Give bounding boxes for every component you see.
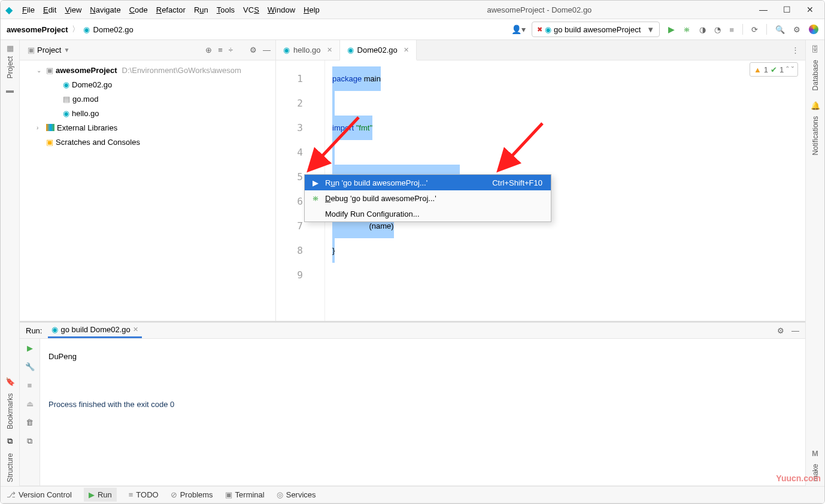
chevron-right-icon[interactable]: › (37, 125, 44, 131)
wrench-icon[interactable]: 🔧 (25, 362, 35, 371)
project-root-node[interactable]: ⌄ ▣ awesomeProject D:\Environment\GoWork… (20, 63, 275, 77)
make-icon[interactable]: M (812, 449, 818, 458)
bottom-tool-strip: ⎇Version Control ▶Run ≡TODO ⊘Problems ▣T… (1, 486, 824, 503)
hide-icon[interactable]: — (263, 45, 271, 54)
bell-icon[interactable]: 🔔 (811, 101, 820, 110)
breadcrumb-root[interactable]: awesomeProject (7, 25, 68, 34)
libraries-icon (46, 124, 54, 131)
file-node[interactable]: ▤go.mod (20, 92, 275, 106)
tool-button-vcs[interactable]: ⎇Version Control (7, 490, 72, 499)
main-menu[interactable]: FFileile Edit View Navigate Code Refacto… (17, 5, 320, 14)
go-file-icon: ◉ (83, 25, 90, 34)
code-with-me-icon[interactable]: 👤▾ (511, 25, 526, 34)
inspections-widget[interactable]: ▲1 ✔1 ˆ ˇ (750, 62, 798, 77)
editor-tab-active[interactable]: ◉Dome02.go✕ (340, 40, 417, 60)
project-tree[interactable]: ⌄ ▣ awesomeProject D:\Environment\GoWork… (20, 60, 275, 151)
hide-icon[interactable]: — (791, 326, 799, 335)
folder-icon: ▬ (6, 86, 14, 95)
run-icon[interactable]: ▶ (668, 25, 675, 34)
chevron-down-icon[interactable]: ˇ (791, 60, 794, 82)
locate-icon[interactable]: ⊕ (205, 45, 212, 54)
debug-icon[interactable]: ⛯ (683, 25, 691, 34)
maximize-icon[interactable]: ☐ (783, 5, 791, 14)
menu-edit[interactable]: Edit (43, 5, 56, 14)
menu-tools[interactable]: Tools (217, 5, 235, 14)
run-panel-toolbar: ▶ 🔧 ■ ⏏ 🗑 ⧉ (20, 339, 40, 485)
project-tool-button[interactable]: Project (6, 56, 14, 78)
left-tool-rail: ▦ Project ▬ (1, 40, 20, 321)
database-icon[interactable]: 🗄 (811, 45, 819, 54)
tool-button-services[interactable]: ◎Services (277, 490, 316, 499)
jetbrains-icon[interactable] (809, 25, 818, 34)
run-console[interactable]: DuPeng Process finished with the exit co… (40, 339, 805, 485)
tool-button-todo[interactable]: ≡TODO (129, 490, 159, 499)
context-menu: ▶ Run 'go build awesomeProj...' Ctrl+Shi… (304, 174, 551, 222)
menu-vcs[interactable]: VCS (243, 5, 259, 14)
project-icon[interactable]: ▦ (7, 44, 14, 53)
tool-button-problems[interactable]: ⊘Problems (171, 490, 213, 499)
chevron-up-icon[interactable]: ˆ (786, 60, 788, 82)
structure-icon[interactable]: ⧉ (7, 436, 13, 446)
menu-run[interactable]: Run (194, 5, 208, 14)
bookmarks-tool-button[interactable]: Bookmarks (6, 393, 14, 429)
run-panel-tab[interactable]: ◉ go build Dome02.go ✕ (48, 323, 141, 338)
rerun-icon[interactable]: ▶ (27, 344, 33, 353)
close-icon[interactable]: ✕ (806, 5, 814, 14)
menu-item-modify[interactable]: Modify Run Configuration... (305, 206, 551, 221)
exit-icon[interactable]: ⏏ (26, 399, 34, 408)
gear-icon[interactable]: ⚙ (777, 326, 784, 335)
stop-icon[interactable]: ■ (28, 381, 32, 390)
menu-item-run[interactable]: ▶ Run 'go build awesomeProj...' Ctrl+Shi… (305, 175, 551, 190)
external-libraries-node[interactable]: ›External Libraries (20, 120, 275, 135)
menu-navigate[interactable]: Navigate (90, 5, 120, 14)
menu-help[interactable]: Help (304, 5, 320, 14)
gear-icon[interactable]: ⚙ (250, 45, 257, 54)
layout-icon[interactable]: ⧉ (27, 436, 32, 446)
settings-icon[interactable]: ⚙ (793, 25, 800, 34)
menu-view[interactable]: View (65, 5, 81, 14)
menu-window[interactable]: Window (268, 5, 295, 14)
project-view-selector[interactable]: ▣ Project ▼ (25, 44, 72, 56)
menu-code[interactable]: Code (129, 5, 148, 14)
notifications-tool-button[interactable]: Notifications (811, 116, 820, 155)
menu-file[interactable]: FFileile (22, 5, 35, 14)
structure-tool-button[interactable]: Structure (6, 453, 14, 482)
project-panel: ▣ Project ▼ ⊕ ≡ ÷ ⚙ — ⌄ ▣ awesomeProject… (20, 40, 276, 321)
debug-icon: ⛯ (311, 194, 320, 203)
more-tabs-icon[interactable]: ⋮ (785, 40, 805, 60)
run-icon: ▶ (311, 178, 320, 187)
close-icon[interactable]: ✕ (133, 326, 138, 333)
git-update-icon[interactable]: ⟳ (751, 25, 758, 34)
tool-button-terminal[interactable]: ▣Terminal (225, 490, 265, 499)
database-tool-button[interactable]: Database (811, 60, 820, 90)
go-file-icon: ◉ (347, 45, 354, 54)
error-icon: ✖ (537, 26, 542, 34)
menu-item-debug[interactable]: ⛯ Debug 'go build awesomeProj...' Debug … (305, 190, 551, 206)
coverage-icon[interactable]: ◑ (699, 25, 706, 34)
stop-icon[interactable]: ■ (729, 25, 734, 34)
trash-icon[interactable]: 🗑 (26, 418, 34, 427)
search-icon[interactable]: 🔍 (775, 25, 785, 34)
tool-button-run[interactable]: ▶Run (84, 488, 117, 502)
separator (742, 24, 743, 35)
file-node[interactable]: ◉Dome02.go (20, 77, 275, 92)
go-file-icon: ◉ (63, 109, 69, 118)
expand-all-icon[interactable]: ≡ (218, 45, 223, 54)
breadcrumb-file[interactable]: Dome02.go (93, 25, 134, 34)
left-tool-rail-bottom: 🔖 Bookmarks ⧉ Structure (1, 321, 20, 486)
scratches-node[interactable]: ▣Scratches and Consoles (20, 135, 275, 149)
collapse-all-icon[interactable]: ÷ (229, 45, 233, 54)
menu-refactor[interactable]: Refactor (156, 5, 186, 14)
go-file-icon: ◉ (51, 325, 58, 334)
close-icon[interactable]: ✕ (404, 46, 409, 54)
profile-icon[interactable]: ◔ (714, 25, 721, 34)
breadcrumb[interactable]: awesomeProject 〉 ◉ Dome02.go (7, 24, 134, 35)
chevron-down-icon[interactable]: ⌄ (37, 67, 44, 74)
editor-tab[interactable]: ◉hello.go✕ (276, 40, 340, 60)
close-icon[interactable]: ✕ (327, 46, 332, 54)
minimize-icon[interactable]: — (759, 5, 768, 14)
run-config-selector[interactable]: ✖ ◉ go build awesomeProject ▼ (532, 22, 660, 37)
file-node[interactable]: ◉hello.go (20, 106, 275, 120)
bookmark-icon[interactable]: 🔖 (5, 377, 15, 386)
services-icon: ◎ (277, 490, 283, 499)
